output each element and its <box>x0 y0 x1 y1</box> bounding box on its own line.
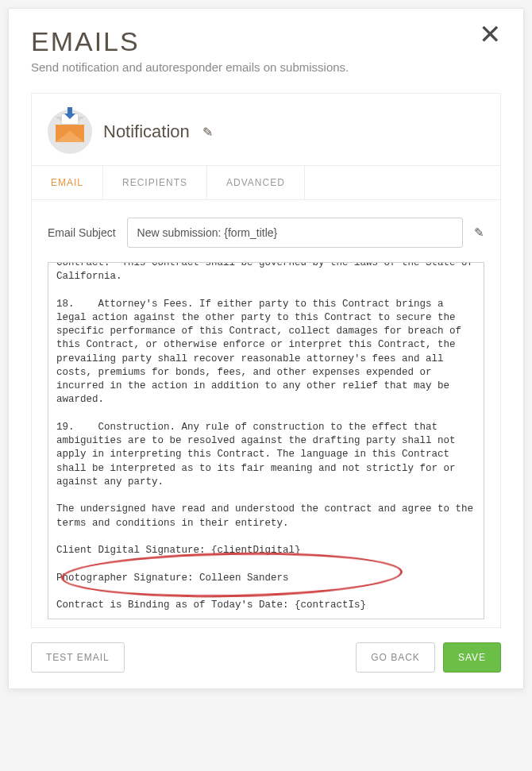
right-button-group: GO BACK SAVE <box>356 642 501 673</box>
subject-row: Email Subject ✎ <box>48 218 484 248</box>
save-button[interactable]: SAVE <box>443 642 501 673</box>
panel-title: Notification <box>103 121 190 142</box>
page-subtitle: Send notification and autoresponder emai… <box>31 60 501 74</box>
footer: TEST EMAIL GO BACK SAVE <box>31 642 501 673</box>
tab-advanced[interactable]: ADVANCED <box>207 166 305 199</box>
email-panel: Notification ✎ EMAIL RECIPIENTS ADVANCED… <box>31 93 501 628</box>
tabs: EMAIL RECIPIENTS ADVANCED <box>32 165 500 200</box>
email-body-editor[interactable] <box>48 263 484 619</box>
tab-recipients[interactable]: RECIPIENTS <box>103 166 207 199</box>
subject-input[interactable] <box>127 218 463 248</box>
envelope-icon <box>56 121 84 142</box>
edit-subject-icon[interactable]: ✎ <box>474 226 484 240</box>
email-body-area: Email Subject ✎ <box>32 200 500 627</box>
emails-modal: ✕ EMAILS Send notification and autorespo… <box>8 8 524 689</box>
edit-name-icon[interactable]: ✎ <box>202 125 213 140</box>
notification-icon <box>48 110 92 154</box>
tab-email[interactable]: EMAIL <box>32 166 103 199</box>
go-back-button[interactable]: GO BACK <box>356 642 435 673</box>
editor-wrap <box>48 262 484 619</box>
subject-label: Email Subject <box>48 226 116 239</box>
page-title: EMAILS <box>31 26 501 57</box>
panel-header: Notification ✎ <box>32 94 500 165</box>
test-email-button[interactable]: TEST EMAIL <box>31 642 125 673</box>
close-icon[interactable]: ✕ <box>479 26 501 42</box>
